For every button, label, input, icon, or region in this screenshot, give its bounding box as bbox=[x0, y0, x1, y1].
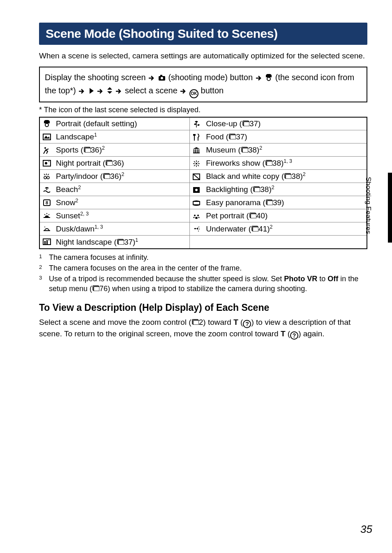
i-bwcopy-icon bbox=[192, 173, 201, 180]
scene-label-cell: Beach2 bbox=[53, 183, 189, 196]
scene-icon-cell bbox=[189, 170, 203, 183]
scene-label-cell: Sunset2, 3 bbox=[53, 209, 189, 222]
book-icon bbox=[265, 159, 272, 166]
scene-icon-cell bbox=[39, 130, 53, 143]
book-icon bbox=[191, 318, 199, 325]
arrow-icon bbox=[78, 88, 85, 95]
i-fireworks-icon bbox=[192, 160, 201, 167]
scene-label-cell: Night landscape (37)1 bbox=[53, 236, 189, 249]
help-heading: To View a Description (Help Display) of … bbox=[39, 302, 367, 313]
i-pet-icon bbox=[192, 212, 201, 220]
scene-icon-cell bbox=[189, 117, 203, 130]
book-icon bbox=[117, 238, 124, 245]
book-icon bbox=[105, 159, 113, 166]
book-icon bbox=[242, 120, 249, 126]
help-icon: ? bbox=[290, 331, 298, 340]
scene-label-cell: Party/indoor (36)2 bbox=[53, 170, 189, 183]
asterisk-note: * The icon of the last scene selected is… bbox=[39, 106, 367, 114]
book-icon bbox=[83, 146, 91, 153]
footnote-3: Use of a tripod is recommended because t… bbox=[49, 274, 367, 294]
footnote-2: The camera focuses on the area in the ce… bbox=[49, 263, 242, 273]
i-food-icon bbox=[192, 133, 201, 141]
book-icon bbox=[249, 212, 256, 218]
book-icon bbox=[253, 185, 260, 192]
i-sports-icon bbox=[43, 146, 51, 154]
scene-label-cell: Underwater (41)2 bbox=[203, 222, 367, 236]
table-row: Portrait (default setting)Close-up (37) bbox=[39, 117, 367, 130]
i-nightland-icon bbox=[43, 238, 51, 245]
scene-label-cell: Night portrait (36) bbox=[53, 157, 189, 170]
scene-icon-cell bbox=[189, 222, 203, 236]
i-nightportrait-icon bbox=[43, 160, 51, 167]
scene-icon-cell bbox=[189, 236, 203, 249]
i-snow-icon bbox=[43, 199, 51, 206]
i-closeup-icon bbox=[192, 120, 201, 127]
scene-icon-cell bbox=[39, 183, 53, 196]
book-icon bbox=[284, 172, 291, 179]
arrow-icon bbox=[97, 88, 104, 95]
scene-icon-cell bbox=[39, 170, 53, 183]
scene-label-cell: Backlighting (38)2 bbox=[203, 183, 367, 196]
scene-icon-cell bbox=[39, 222, 53, 236]
i-backlight-icon bbox=[192, 186, 201, 193]
scene-icon-cell bbox=[189, 209, 203, 222]
book-icon bbox=[228, 133, 236, 139]
table-row: Landscape1Food (37) bbox=[39, 130, 367, 143]
i-landscape-icon bbox=[43, 133, 51, 141]
footnotes: 1The camera focuses at infinity. 2The ca… bbox=[39, 252, 367, 294]
scene-label-cell bbox=[203, 236, 367, 249]
book-icon bbox=[251, 225, 258, 231]
table-row: Night landscape (37)1 bbox=[39, 236, 367, 249]
nav-button-word: button bbox=[201, 86, 224, 95]
side-thumb-marker bbox=[388, 173, 392, 243]
updown-icon bbox=[106, 86, 113, 95]
table-row: Party/indoor (36)2Black and white copy (… bbox=[39, 170, 367, 183]
table-row: Beach2Backlighting (38)2 bbox=[39, 183, 367, 196]
scene-icon-cell bbox=[39, 143, 53, 157]
i-beach-icon bbox=[43, 186, 51, 193]
nav-select-scene: select a scene bbox=[125, 86, 178, 95]
scene-label-cell: Museum (38)2 bbox=[203, 143, 367, 157]
i-sunset-icon bbox=[43, 212, 51, 220]
book-icon bbox=[265, 199, 273, 205]
table-row: Sports (36)2Museum (38)2 bbox=[39, 143, 367, 157]
right-icon bbox=[88, 87, 95, 95]
scene-icon-cell bbox=[189, 130, 203, 143]
page-title: Scene Mode (Shooting Suited to Scenes) bbox=[39, 23, 367, 45]
scene-label-cell: Sports (36)2 bbox=[53, 143, 189, 157]
scene-table: Portrait (default setting)Close-up (37)L… bbox=[39, 117, 367, 249]
scene-label-cell: Landscape1 bbox=[53, 130, 189, 143]
i-underwater-icon bbox=[192, 225, 201, 233]
help-body: Select a scene and move the zoom control… bbox=[39, 317, 367, 340]
scene-icon-cell bbox=[189, 183, 203, 196]
i-museum-icon bbox=[192, 146, 201, 154]
book-icon bbox=[103, 172, 110, 179]
scene-icon-cell bbox=[189, 196, 203, 209]
footnote-1: The camera focuses at infinity. bbox=[49, 252, 149, 262]
navigation-path: Display the shooting screen (shooting mo… bbox=[39, 67, 367, 102]
scene-icon-cell bbox=[39, 209, 53, 222]
book-icon bbox=[241, 146, 248, 153]
scene-label-cell: Fireworks show (38)1, 3 bbox=[203, 157, 367, 170]
scene-label-cell: Easy panorama (39) bbox=[203, 196, 367, 209]
i-portrait-icon bbox=[43, 120, 51, 127]
book-icon bbox=[92, 285, 99, 291]
arrow-icon bbox=[180, 88, 187, 95]
scene-icon-cell bbox=[189, 143, 203, 157]
arrow-icon bbox=[255, 75, 263, 81]
scene-label-cell: Portrait (default setting) bbox=[53, 117, 189, 130]
scene-label-cell: Food (37) bbox=[203, 130, 367, 143]
table-row: Night portrait (36)Fireworks show (38)1,… bbox=[39, 157, 367, 170]
scene-label-cell: Pet portrait (40) bbox=[203, 209, 367, 222]
arrow-icon bbox=[115, 88, 122, 95]
scene-icon-cell bbox=[39, 157, 53, 170]
nav-prefix: Display the shooting screen bbox=[45, 73, 146, 82]
arrow-icon bbox=[148, 75, 155, 81]
table-row: Snow2Easy panorama (39) bbox=[39, 196, 367, 209]
table-row: Sunset2, 3Pet portrait (40) bbox=[39, 209, 367, 222]
table-row: Dusk/dawn1, 3Underwater (41)2 bbox=[39, 222, 367, 236]
portrait-icon bbox=[265, 74, 273, 81]
i-dusk-icon bbox=[43, 225, 51, 233]
scene-icon-cell bbox=[39, 117, 53, 130]
scene-icon-cell bbox=[189, 157, 203, 170]
